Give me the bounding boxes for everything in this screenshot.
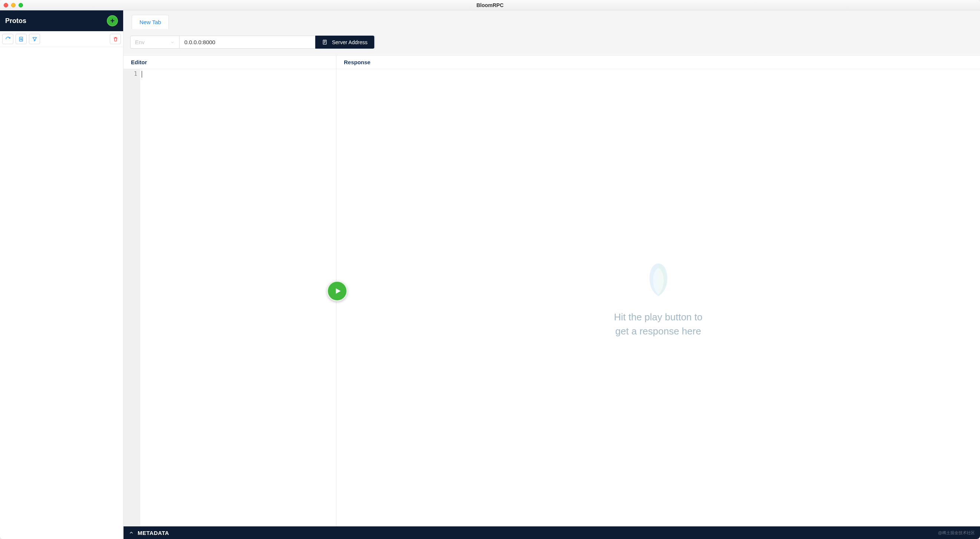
env-placeholder: Env: [135, 39, 145, 45]
metadata-label: METADATA: [138, 530, 169, 536]
chevron-down-icon: [170, 40, 175, 45]
import-paths-button[interactable]: [16, 34, 27, 44]
refresh-button[interactable]: [2, 34, 13, 44]
response-panel: Response Hit the play button to get a re…: [336, 56, 980, 526]
line-number: 1: [126, 70, 137, 77]
cursor-icon: [142, 71, 142, 78]
sidebar: Protos +: [0, 10, 124, 539]
watermark-text: @稀土掘金技术社区: [938, 530, 975, 536]
titlebar: BloomRPC: [0, 0, 980, 10]
chevron-up-icon: [129, 530, 134, 535]
svg-rect-0: [19, 37, 22, 41]
server-address-label: Server Address: [332, 39, 368, 45]
address-book-icon: [322, 39, 328, 45]
plus-icon: +: [110, 17, 115, 25]
editor-header: Editor: [124, 56, 336, 69]
file-search-icon: [19, 37, 24, 42]
trash-icon: [113, 37, 118, 42]
response-placeholder: Hit the play button to get a response he…: [610, 310, 706, 338]
window-controls: [4, 3, 23, 8]
code-area[interactable]: [140, 69, 336, 526]
editor-gutter: 1: [124, 69, 140, 526]
tab-bar: New Tab: [124, 10, 980, 29]
filter-button[interactable]: [29, 34, 40, 44]
window-title: BloomRPC: [476, 2, 503, 8]
metadata-footer[interactable]: METADATA @稀土掘金技术社区: [124, 526, 980, 539]
sidebar-body: [0, 47, 123, 539]
delete-button[interactable]: [110, 34, 121, 44]
play-button[interactable]: [327, 281, 348, 301]
response-body: Hit the play button to get a response he…: [336, 69, 980, 526]
address-toolbar: Env Server Address: [124, 29, 980, 55]
sidebar-header: Protos +: [0, 10, 123, 31]
sidebar-tools: [0, 31, 123, 47]
refresh-icon: [5, 37, 11, 42]
response-header: Response: [336, 56, 980, 69]
sidebar-title: Protos: [5, 17, 26, 25]
minimize-window-icon[interactable]: [11, 3, 16, 8]
maximize-window-icon[interactable]: [19, 3, 23, 8]
flower-icon: [636, 257, 681, 301]
server-address-input[interactable]: [180, 36, 315, 49]
add-proto-button[interactable]: +: [107, 15, 118, 26]
filter-icon: [32, 37, 37, 42]
close-window-icon[interactable]: [4, 3, 8, 8]
tab-new[interactable]: New Tab: [132, 15, 169, 29]
editor-panel: Editor 1: [124, 56, 336, 526]
play-icon: [334, 287, 342, 295]
env-select[interactable]: Env: [130, 36, 180, 49]
editor-body[interactable]: 1: [124, 69, 336, 526]
server-address-button[interactable]: Server Address: [315, 36, 374, 49]
